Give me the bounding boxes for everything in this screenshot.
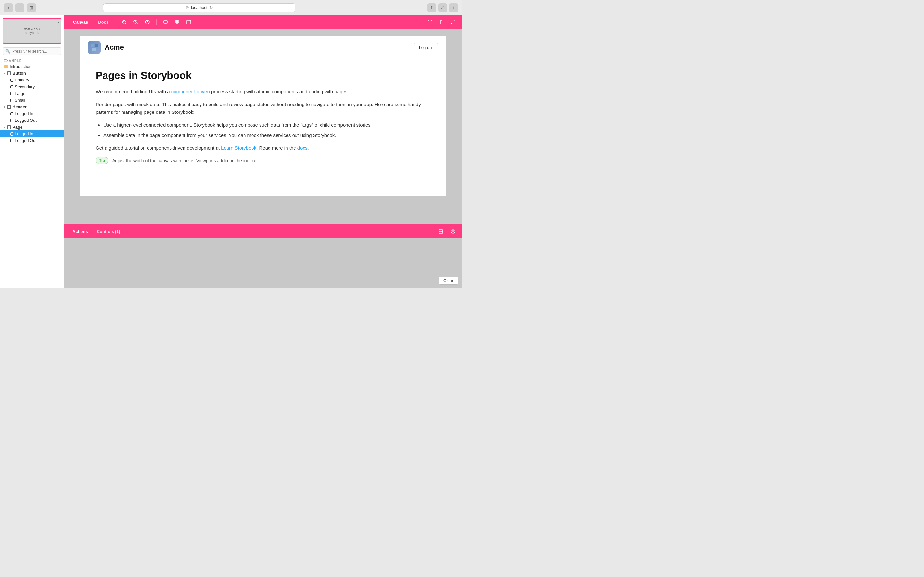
story-dot-icon bbox=[10, 79, 13, 82]
search-input[interactable] bbox=[12, 49, 58, 53]
story-icon bbox=[4, 64, 8, 69]
sidebar-toggle-button[interactable]: ⊞ bbox=[27, 3, 36, 12]
section-label: EXAMPLE bbox=[0, 58, 64, 63]
sidebar-item-button-secondary[interactable]: Secondary bbox=[0, 83, 64, 90]
browser-chrome: ‹ › ⊞ ⊝ localhost ↻ ⬆ ⤢ + bbox=[0, 0, 462, 15]
story-dot-icon bbox=[10, 139, 13, 142]
zoom-out-button[interactable] bbox=[131, 17, 141, 27]
expand-icon: ▾ bbox=[4, 72, 5, 75]
expand-canvas-button[interactable] bbox=[425, 17, 435, 27]
grid-button[interactable] bbox=[172, 17, 182, 27]
tab-canvas[interactable]: Canvas bbox=[68, 15, 93, 29]
preview-label: storybook bbox=[25, 31, 39, 35]
preview-dims: 350 × 150 bbox=[24, 27, 40, 31]
security-icon: ⊝ bbox=[186, 5, 189, 10]
nav-label: Small bbox=[15, 98, 25, 103]
tab-actions[interactable]: Actions bbox=[68, 226, 92, 238]
nav-label: Logged In bbox=[15, 111, 33, 116]
nav-label: Header bbox=[13, 105, 27, 109]
bottom-panel: Actions Controls (1) bbox=[64, 224, 462, 288]
search-container[interactable]: 🔍 bbox=[3, 47, 61, 55]
canvas-area: Acme Log out Pages in Storybook We recom… bbox=[64, 29, 462, 224]
nav-tree: Introduction ▾ Button Primary Secondary bbox=[0, 63, 64, 288]
svg-rect-11 bbox=[178, 20, 179, 22]
sidebar-item-header-logged-in[interactable]: Logged In bbox=[0, 110, 64, 117]
toolbar-separator bbox=[116, 19, 116, 25]
story-dot-icon bbox=[10, 92, 13, 95]
forward-button[interactable]: › bbox=[15, 3, 24, 12]
fullscreen-button[interactable]: ⤢ bbox=[438, 3, 447, 12]
browser-right-buttons: ⬆ ⤢ + bbox=[427, 3, 458, 12]
clear-button[interactable]: Clear bbox=[439, 277, 458, 285]
share-button[interactable]: ⬆ bbox=[427, 3, 436, 12]
refresh-button[interactable]: ↻ bbox=[209, 5, 213, 10]
list-item-1: Use a higher-level connected component. … bbox=[103, 121, 431, 129]
svg-rect-17 bbox=[91, 44, 94, 47]
panel-close-button[interactable] bbox=[448, 226, 458, 237]
tab-controls[interactable]: Controls (1) bbox=[92, 226, 125, 238]
learn-storybook-link[interactable]: Learn Storybook bbox=[221, 145, 256, 151]
svg-rect-12 bbox=[175, 23, 177, 24]
sidebar-item-button-small[interactable]: Small bbox=[0, 97, 64, 103]
sidebar-item-header-logged-out[interactable]: Logged Out bbox=[0, 117, 64, 124]
copy-canvas-button[interactable] bbox=[436, 17, 447, 27]
sidebar-item-header[interactable]: ▾ Header bbox=[0, 103, 64, 110]
tab-docs[interactable]: Docs bbox=[93, 15, 113, 29]
address-bar[interactable]: ⊝ localhost ↻ bbox=[103, 3, 296, 12]
sidebar-item-page[interactable]: ▾ Page bbox=[0, 124, 64, 131]
tip-text: Adjust the width of the canvas with the … bbox=[112, 158, 257, 163]
tips-list: Use a higher-level connected component. … bbox=[103, 121, 431, 139]
reset-zoom-button[interactable] bbox=[142, 17, 152, 27]
back-button[interactable]: ‹ bbox=[4, 3, 13, 12]
svg-rect-19 bbox=[92, 48, 96, 51]
bottom-panel-content: Clear bbox=[64, 238, 462, 288]
acme-title: Acme bbox=[105, 43, 124, 52]
tip-badge: Tip bbox=[95, 157, 108, 164]
expand-icon: ▾ bbox=[4, 105, 5, 109]
sidebar-item-button-large[interactable]: Large bbox=[0, 90, 64, 97]
story-dot-icon bbox=[10, 119, 13, 122]
bottom-panel-toolbar: Actions Controls (1) bbox=[64, 225, 462, 238]
paragraph-2: Render pages with mock data. This makes … bbox=[95, 101, 431, 116]
sidebar-item-introduction[interactable]: Introduction bbox=[0, 63, 64, 70]
top-toolbar: Canvas Docs bbox=[64, 15, 462, 29]
nav-label: Page bbox=[13, 125, 23, 129]
sidebar-item-page-logged-in[interactable]: Logged In bbox=[0, 131, 64, 137]
tip-container: Tip Adjust the width of the canvas with … bbox=[95, 157, 431, 164]
story-dot-icon bbox=[10, 99, 13, 102]
logout-button[interactable]: Log out bbox=[414, 43, 438, 52]
svg-rect-10 bbox=[175, 20, 177, 22]
sidebar-item-button[interactable]: ▾ Button bbox=[0, 70, 64, 77]
svg-rect-16 bbox=[441, 21, 443, 24]
component-driven-link[interactable]: component-driven bbox=[171, 89, 210, 94]
sidebar-preview[interactable]: 350 × 150 storybook ··· bbox=[3, 18, 61, 44]
viewport-button[interactable] bbox=[160, 17, 171, 27]
group-icon bbox=[7, 125, 11, 129]
group-icon bbox=[7, 71, 11, 76]
url-text: localhost bbox=[191, 5, 207, 10]
toolbar-icons bbox=[119, 17, 194, 27]
viewport-icon-inline: ⊡ bbox=[190, 159, 195, 163]
new-tab-button[interactable]: + bbox=[449, 3, 458, 12]
nav-label: Logged Out bbox=[15, 118, 37, 123]
page-content: Pages in Storybook We recommend building… bbox=[80, 59, 446, 174]
svg-rect-8 bbox=[164, 21, 168, 23]
more-options-button[interactable]: ··· bbox=[55, 20, 59, 26]
nav-label: Introduction bbox=[10, 64, 31, 69]
background-button[interactable] bbox=[184, 17, 194, 27]
search-icon: 🔍 bbox=[5, 49, 10, 53]
page-title: Pages in Storybook bbox=[95, 69, 431, 81]
sidebar-item-button-primary[interactable]: Primary bbox=[0, 77, 64, 83]
nav-label: Button bbox=[13, 71, 26, 76]
page-header: Acme Log out bbox=[80, 36, 446, 59]
list-item-2: Assemble data in the page component from… bbox=[103, 131, 431, 139]
bottom-panel-right-icons bbox=[436, 226, 458, 237]
zoom-in-button[interactable] bbox=[119, 17, 129, 27]
acme-logo bbox=[88, 41, 101, 54]
nav-label: Large bbox=[15, 91, 25, 96]
resize-canvas-button[interactable] bbox=[448, 17, 458, 27]
sidebar-item-page-logged-out[interactable]: Logged Out bbox=[0, 137, 64, 144]
docs-link[interactable]: docs bbox=[297, 145, 308, 151]
expand-icon: ▾ bbox=[4, 126, 5, 129]
panel-icon1-button[interactable] bbox=[436, 226, 446, 237]
